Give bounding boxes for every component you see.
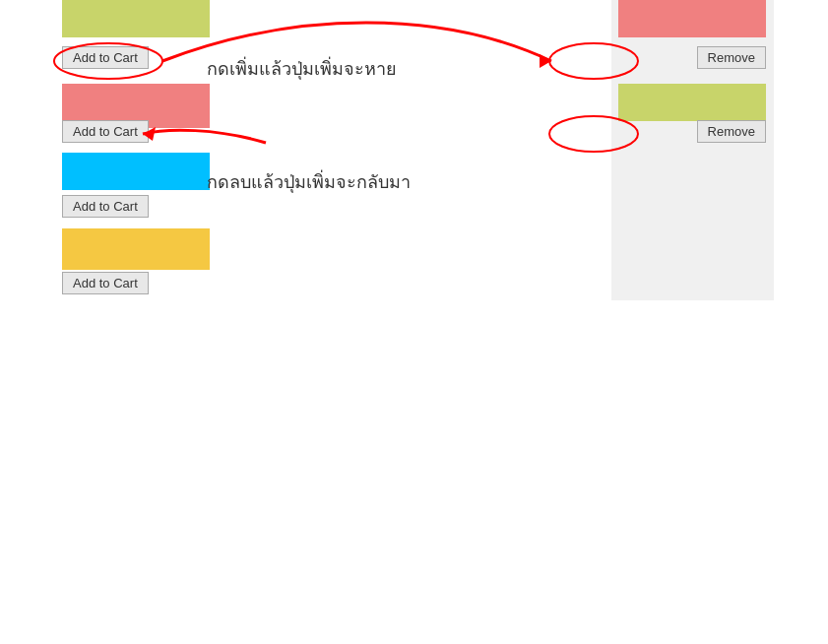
svg-marker-3: [540, 54, 551, 68]
add-to-cart-top-area: Add to Cart: [62, 46, 149, 71]
cart-color-block-2: [618, 84, 766, 121]
product-row-3: [62, 153, 210, 190]
cart-item-row-1: [618, 0, 766, 37]
product-color-block-1: [62, 0, 210, 37]
annotation-label-1: กดเพิ่มแล้วปุ่มเพิ่มจะหาย: [207, 59, 397, 79]
add-to-cart-button-2[interactable]: Add to Cart: [62, 120, 149, 143]
remove-wrapper-1: Remove: [697, 46, 766, 69]
cart-panel-bg: [611, 0, 774, 300]
annotation-text-2: กดลบแล้วปุ่มเพิ่มจะกลับมา: [207, 167, 411, 196]
product-color-block-3: [62, 153, 210, 190]
add-to-cart-wrapper-2: Add to Cart: [62, 120, 149, 145]
main-container: Add to Cart Add to Cart Add to Cart Remo…: [0, 0, 828, 644]
add-to-cart-button-3[interactable]: Add to Cart: [62, 195, 149, 218]
svg-point-1: [549, 43, 638, 79]
add-to-cart-button-1[interactable]: Add to Cart: [62, 46, 149, 69]
remove-wrapper-2: Remove: [697, 120, 766, 143]
product-row-1: [62, 0, 210, 37]
cart-item-row-2: [618, 84, 766, 121]
add-to-cart-button-4[interactable]: Add to Cart: [62, 272, 149, 294]
annotation-label-2: กดลบแล้วปุ่มเพิ่มจะกลับมา: [207, 172, 411, 192]
product-row-4: [62, 228, 210, 270]
remove-button-2[interactable]: Remove: [697, 120, 766, 143]
svg-point-2: [549, 116, 638, 152]
add-to-cart-wrapper-3: Add to Cart: [62, 195, 149, 220]
remove-button-1[interactable]: Remove: [697, 46, 766, 69]
annotation-text-1: กดเพิ่มแล้วปุ่มเพิ่มจะหาย: [207, 54, 397, 83]
add-to-cart-wrapper-4: Add to Cart: [62, 272, 149, 296]
cart-color-block-1: [618, 0, 766, 37]
product-color-block-4: [62, 228, 210, 270]
